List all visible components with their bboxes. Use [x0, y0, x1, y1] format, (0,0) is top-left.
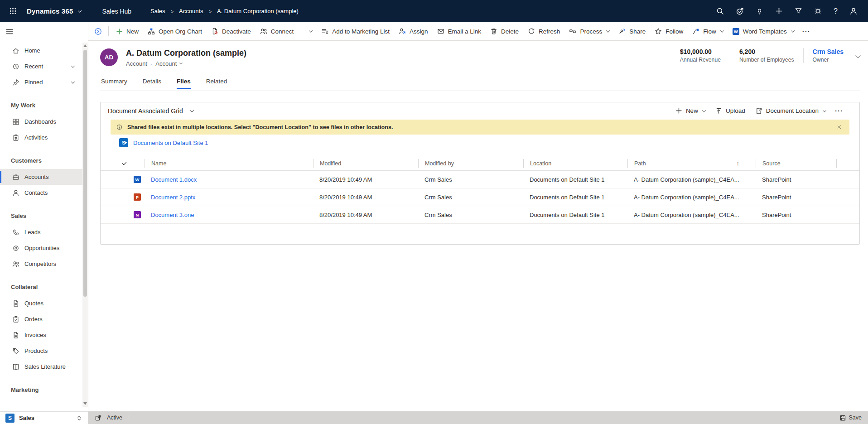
- table-row[interactable]: P Document 2.pptx 8/20/2019 10:49 AM Crm…: [101, 188, 859, 206]
- grid-new-button[interactable]: New: [671, 104, 710, 118]
- form-selector-chevron-icon[interactable]: [179, 62, 183, 65]
- sidebar-item-accounts[interactable]: Accounts: [0, 169, 82, 185]
- column-header-path[interactable]: Path↑: [627, 159, 756, 168]
- connect-dropdown-chevron-icon[interactable]: [304, 24, 317, 38]
- table-header-row: Name Modified Modified by Location Path↑…: [101, 156, 859, 171]
- hamburger-menu-icon[interactable]: [5, 28, 14, 36]
- search-icon[interactable]: [710, 4, 730, 19]
- share-button[interactable]: Share: [614, 24, 650, 38]
- app-launcher-waffle-icon[interactable]: [6, 5, 19, 18]
- sidebar-item-dashboards[interactable]: Dashboards: [0, 114, 82, 130]
- location-cell: Documents on Default Site 1: [523, 212, 627, 218]
- record-set-toggle-icon[interactable]: [94, 28, 102, 35]
- new-button[interactable]: New: [111, 24, 143, 38]
- help-icon[interactable]: ?: [828, 4, 844, 19]
- header-fields: $10,000.00 Annual Revenue 6,200 Number o…: [671, 48, 860, 63]
- column-header-modified-by[interactable]: Modified by: [418, 159, 523, 168]
- form-selector[interactable]: Account: [155, 60, 177, 67]
- settings-gear-icon[interactable]: [808, 4, 828, 19]
- scrollbar-thumb[interactable]: [83, 50, 87, 297]
- sidebar-item-competitors[interactable]: Competitors: [0, 256, 82, 272]
- column-header-modified[interactable]: Modified: [313, 159, 418, 168]
- open-org-chart-button[interactable]: Open Org Chart: [143, 24, 207, 38]
- sidebar-item-opportunities[interactable]: Opportunities: [0, 240, 82, 256]
- document-link[interactable]: Document 2.pptx: [145, 194, 313, 201]
- save-button[interactable]: Save: [839, 414, 862, 421]
- lightbulb-icon[interactable]: [750, 4, 769, 19]
- tab-related[interactable]: Related: [205, 76, 228, 91]
- follow-button[interactable]: Follow: [650, 24, 688, 38]
- select-all-checkbox[interactable]: [101, 159, 145, 168]
- filter-icon[interactable]: [789, 4, 808, 19]
- sidebar-item-recent[interactable]: Recent: [0, 58, 82, 74]
- plus-icon[interactable]: [769, 4, 789, 19]
- app-title-chevron-icon[interactable]: [78, 9, 82, 12]
- chevron-down-icon[interactable]: [71, 80, 75, 83]
- entity-label: Account: [126, 60, 147, 67]
- hub-name[interactable]: Sales Hub: [102, 8, 131, 15]
- breadcrumb-record[interactable]: A. Datum Corporation (sample): [217, 8, 299, 14]
- process-button[interactable]: Process: [564, 24, 614, 38]
- command-bar-overflow-button[interactable]: ···: [799, 28, 814, 35]
- sidebar-scrollbar[interactable]: [82, 43, 88, 407]
- sidebar-item-activities[interactable]: Activities: [0, 130, 82, 145]
- owner-link[interactable]: Crm Sales: [813, 48, 844, 55]
- grid-overflow-button[interactable]: ···: [831, 107, 847, 115]
- add-to-marketing-list-button[interactable]: Add to Marketing List: [317, 24, 394, 38]
- sidebar-item-sales-literature[interactable]: Sales Literature: [0, 359, 82, 375]
- refresh-button[interactable]: Refresh: [523, 24, 564, 38]
- flow-button[interactable]: Flow: [688, 24, 728, 38]
- chevron-down-icon[interactable]: [71, 64, 75, 67]
- column-header-location[interactable]: Location: [523, 159, 627, 168]
- document-link[interactable]: Document 3.one: [145, 212, 313, 218]
- sidebar-group-my-work: My Work: [0, 100, 82, 111]
- tab-details[interactable]: Details: [142, 76, 162, 91]
- sidebar-group-customers: Customers: [0, 155, 82, 167]
- email-a-link-button[interactable]: Email a Link: [433, 24, 486, 38]
- column-header-source[interactable]: Source: [756, 159, 836, 168]
- tab-summary[interactable]: Summary: [100, 76, 128, 91]
- popout-icon[interactable]: [95, 414, 101, 421]
- column-header-spacer: [836, 159, 859, 168]
- tab-files[interactable]: Files: [176, 76, 192, 91]
- word-templates-button[interactable]: WWord Templates: [728, 24, 799, 38]
- documents-location-link[interactable]: Documents on Default Site 1: [133, 140, 208, 146]
- delete-button[interactable]: Delete: [486, 24, 523, 38]
- header-expand-chevron-icon[interactable]: [856, 52, 860, 60]
- assign-button[interactable]: Assign: [394, 24, 433, 38]
- sidebar-item-contacts[interactable]: Contacts: [0, 185, 82, 201]
- area-switcher-updown-icon[interactable]: [76, 415, 82, 421]
- check-circle-icon[interactable]: [730, 4, 750, 19]
- grid-document-location-button[interactable]: Document Location: [751, 104, 830, 118]
- sidebar-item-pinned[interactable]: Pinned: [0, 74, 82, 90]
- sidebar-item-invoices[interactable]: Invoices: [0, 327, 82, 343]
- sidebar-item-products[interactable]: Products: [0, 343, 82, 359]
- breadcrumb-sales[interactable]: Sales: [150, 8, 165, 14]
- site-map-sidebar: Home Recent Pinned My Work Dashboards Ac…: [0, 22, 88, 411]
- sidebar-item-home[interactable]: Home: [0, 43, 82, 58]
- path-cell: A- Datum Corporation (sample)_C4EA...: [627, 194, 756, 201]
- close-icon[interactable]: [834, 122, 844, 132]
- grid-upload-button[interactable]: Upload: [711, 104, 750, 118]
- record-avatar: AD: [100, 48, 118, 66]
- area-switcher[interactable]: S Sales: [0, 411, 88, 424]
- account-person-icon[interactable]: [844, 4, 863, 19]
- document-location-row: S Documents on Default Site 1: [101, 135, 859, 151]
- column-header-name[interactable]: Name: [145, 159, 313, 168]
- sidebar-item-leads[interactable]: Leads: [0, 224, 82, 240]
- view-selector-chevron-icon[interactable]: [189, 108, 194, 112]
- table-row[interactable]: W Document 1.docx 8/20/2019 10:49 AM Crm…: [101, 171, 859, 188]
- document-link[interactable]: Document 1.docx: [145, 176, 313, 183]
- sort-ascending-icon[interactable]: ↑: [737, 160, 740, 167]
- app-title[interactable]: Dynamics 365: [27, 7, 73, 15]
- location-cell: Documents on Default Site 1: [523, 176, 627, 183]
- scroll-up-arrow-icon[interactable]: [83, 44, 87, 47]
- scroll-down-arrow-icon[interactable]: [83, 402, 87, 405]
- sidebar-item-quotes[interactable]: Quotes: [0, 295, 82, 311]
- deactivate-button[interactable]: Deactivate: [207, 24, 256, 38]
- table-row[interactable]: N Document 3.one 8/20/2019 10:49 AM Crm …: [101, 206, 859, 224]
- connect-button[interactable]: Connect: [256, 24, 298, 38]
- breadcrumb-accounts[interactable]: Accounts: [179, 8, 203, 14]
- grid-view-selector[interactable]: Document Associated Grid: [108, 107, 193, 115]
- sidebar-item-orders[interactable]: Orders: [0, 311, 82, 327]
